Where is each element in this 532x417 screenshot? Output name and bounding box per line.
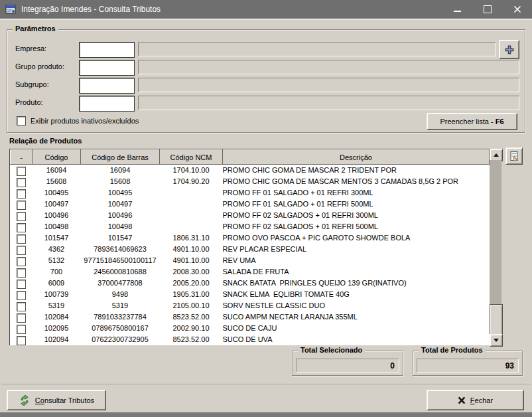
row-checkbox[interactable] xyxy=(17,189,26,199)
row-checkbox[interactable] xyxy=(17,223,26,232)
parameters-group-label: Parâmetros xyxy=(13,25,58,33)
cell-codigo-barras: 07622300732905 xyxy=(81,334,160,345)
cell-codigo: 100495 xyxy=(33,187,81,199)
cell-descricao: PROMO CHIC GOMA DE MASCAR 2 TRIDENT POR xyxy=(223,165,490,177)
cell-descricao: SNACK BATATA PRINGLES QUEIJO 139 GR(INAT… xyxy=(223,278,490,289)
row-checkbox[interactable] xyxy=(17,291,26,300)
cell-descricao: PROMO FF 02 SALGADOS + 01 REFRI 500ML xyxy=(223,221,490,232)
add-empresa-button[interactable] xyxy=(499,40,519,59)
column-header-descricao[interactable]: Descrição xyxy=(223,150,490,165)
row-checkbox[interactable] xyxy=(17,302,26,311)
subgrupo-input[interactable] xyxy=(79,78,135,94)
table-row[interactable]: 100739 9498 1905.31.00 SNACK ELMA EQLIBR… xyxy=(11,289,490,300)
cell-codigo: 15608 xyxy=(33,176,81,187)
table-row[interactable]: 5319 5319 2105.00.10 SORV NESTLE CLASSIC… xyxy=(11,300,490,311)
cell-descricao: REV UMA xyxy=(223,255,490,266)
table-row[interactable]: 100495 100495 PROMO FF 01 SALGADO + 01 R… xyxy=(11,187,490,199)
row-checkbox[interactable] xyxy=(17,167,26,176)
inactive-products-checkbox[interactable] xyxy=(17,116,26,125)
cell-codigo-ncm: 4901.10.00 xyxy=(160,244,223,255)
cell-codigo-ncm: 1905.31.00 xyxy=(160,289,223,300)
consult-tributes-label: Consultar Tributos xyxy=(35,396,94,404)
cell-codigo: 102094 xyxy=(33,334,81,345)
produto-input[interactable] xyxy=(79,96,135,112)
column-header-codigo-barras[interactable]: Código de Barras xyxy=(81,150,160,165)
column-header-codigo[interactable]: Código xyxy=(33,150,81,165)
table-row[interactable]: 100498 100498 PROMO FF 02 SALGADOS + 01 … xyxy=(11,221,490,232)
fill-list-button[interactable]: Preencher lista - F6 xyxy=(427,113,517,130)
consult-tributes-button[interactable]: Consultar Tributos xyxy=(7,390,106,410)
cell-codigo-barras: 16094 xyxy=(81,165,160,177)
total-selected-value: 0 xyxy=(296,359,399,373)
cell-codigo-barras: 37000477808 xyxy=(81,278,160,289)
table-row[interactable]: 16094 16094 1704.10.00 PROMO CHIC GOMA D… xyxy=(11,165,490,177)
table-row[interactable]: 102094 07622300732905 8523.52.00 SUCO DE… xyxy=(11,334,490,345)
row-select-cell xyxy=(11,300,33,311)
cell-codigo: 100498 xyxy=(33,221,81,232)
cell-codigo-barras: 977151846500100117 xyxy=(81,255,160,266)
row-checkbox[interactable] xyxy=(17,178,26,187)
row-checkbox[interactable] xyxy=(17,336,26,345)
maximize-button[interactable] xyxy=(472,0,502,19)
row-select-cell xyxy=(11,176,33,187)
minimize-button[interactable] xyxy=(442,0,472,19)
window-controls xyxy=(442,0,532,19)
cell-codigo-ncm: 2105.00.10 xyxy=(160,300,223,311)
table-row[interactable]: 700 2456000810688 2008.30.00 SALADA DE F… xyxy=(11,266,490,278)
maximize-icon xyxy=(484,5,492,13)
empresa-input[interactable] xyxy=(79,42,135,58)
window-title: Integração Imendes - Consulta Tributos xyxy=(21,5,161,14)
vertical-scrollbar[interactable] xyxy=(490,149,501,345)
cell-codigo: 4362 xyxy=(33,244,81,255)
inactive-products-row: Exibir produtos inativos/excluídos xyxy=(17,116,139,125)
cell-codigo: 16094 xyxy=(33,165,81,177)
row-checkbox[interactable] xyxy=(17,201,26,210)
table-row[interactable]: 6009 37000477808 2005.20.00 SNACK BATATA… xyxy=(11,278,490,289)
row-checkbox[interactable] xyxy=(17,212,26,221)
cell-codigo-ncm xyxy=(160,210,223,221)
cell-codigo-barras: 100498 xyxy=(81,221,160,232)
cell-descricao: SUCO DE CAJU xyxy=(223,323,490,334)
cell-descricao: PROMO FF 01 SALGADO + 01 REFRI 300ML xyxy=(223,187,490,199)
cell-codigo-ncm: 2002.90.10 xyxy=(160,323,223,334)
close-button[interactable] xyxy=(502,0,532,19)
row-checkbox[interactable] xyxy=(17,234,26,244)
table-row[interactable]: 4362 7893614069623 4901.10.00 REV PLACAR… xyxy=(11,244,490,255)
scroll-down-button[interactable] xyxy=(490,334,503,347)
column-header-codigo-ncm[interactable]: Código NCM xyxy=(160,150,223,165)
grupo-produto-input[interactable] xyxy=(79,60,135,76)
cell-codigo-barras: 07896750800167 xyxy=(81,323,160,334)
cell-descricao: PROMO FF 02 SALGADOS + 01 REFRI 300ML xyxy=(223,210,490,221)
table-row[interactable]: 102084 7891033237784 8523.52.00 SUCO AMP… xyxy=(11,311,490,323)
row-select-cell xyxy=(11,323,33,334)
column-header-select[interactable]: - xyxy=(11,150,33,165)
subgrupo-label: Subgrupo: xyxy=(15,80,49,88)
total-selected-groupbox: Total Selecionado 0 xyxy=(292,351,403,376)
table-row[interactable]: 5132 977151846500100117 4901.10.00 REV U… xyxy=(11,255,490,266)
row-select-cell xyxy=(11,187,33,199)
table-row[interactable]: 101547 101547 1806.31.10 PROMO OVO PASCO… xyxy=(11,232,490,244)
table-row[interactable]: 100497 100497 PROMO FF 01 SALGADO + 01 R… xyxy=(11,199,490,210)
row-checkbox[interactable] xyxy=(17,313,26,323)
inactive-products-label: Exibir produtos inativos/excluídos xyxy=(31,117,139,125)
table-row[interactable]: 102095 07896750800167 2002.90.10 SUCO DE… xyxy=(11,323,490,334)
row-select-cell xyxy=(11,165,33,177)
total-products-value: 93 xyxy=(417,359,519,373)
cell-codigo: 100739 xyxy=(33,289,81,300)
grid-report-button[interactable] xyxy=(505,147,523,165)
row-checkbox[interactable] xyxy=(17,280,26,289)
row-checkbox[interactable] xyxy=(17,325,26,334)
table-row[interactable]: 100496 100496 PROMO FF 02 SALGADOS + 01 … xyxy=(11,210,490,221)
cell-codigo: 5132 xyxy=(33,255,81,266)
row-checkbox[interactable] xyxy=(17,257,26,266)
row-checkbox[interactable] xyxy=(17,246,26,255)
close-footer-button[interactable]: Fechar xyxy=(427,390,524,410)
scrollbar-thumb[interactable] xyxy=(490,304,503,335)
cell-descricao: PROMO FF 01 SALGADO + 01 REFRI 500ML xyxy=(223,199,490,210)
close-icon xyxy=(513,5,521,13)
cell-codigo-barras: 15608 xyxy=(81,176,160,187)
scrollbar-track[interactable] xyxy=(490,160,501,304)
row-checkbox[interactable] xyxy=(17,268,26,278)
table-row[interactable]: 15608 15608 1704.90.20 PROMO CHIC GOMA D… xyxy=(11,176,490,187)
total-products-groupbox: Total de Produtos 93 xyxy=(413,351,523,376)
